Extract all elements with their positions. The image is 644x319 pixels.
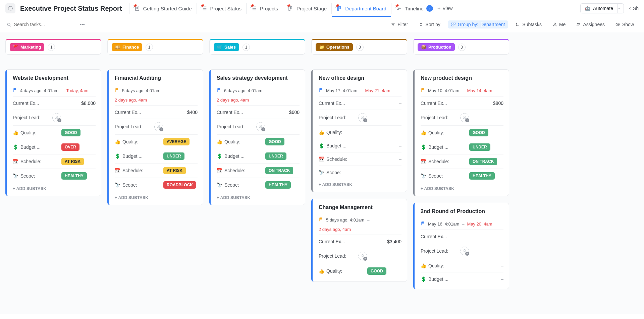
column-header[interactable]: 💴 Finance 1 — [107, 39, 203, 55]
task-card[interactable]: 2nd Round of Production May 16, 4:01am –… — [413, 203, 509, 289]
board-scroll[interactable]: 🚩 Marketing 1 Website Development 4 days… — [0, 32, 644, 314]
field-budget: 💲 Budget ... UNDER — [115, 149, 198, 163]
tab-project-stage[interactable]: 📌 Project Stage — [283, 3, 331, 14]
date-range[interactable]: 6 days ago, 4:01am – — [217, 85, 300, 96]
status-pill[interactable]: AT RISK — [61, 158, 84, 165]
add-subtask-button[interactable]: + ADD SUBTASK — [421, 183, 503, 192]
subtasks-button[interactable]: Subtasks — [512, 20, 545, 28]
automate-dropdown[interactable] — [614, 3, 624, 13]
date-range[interactable]: 5 days ago, 4:01am – — [319, 214, 401, 226]
automate-button[interactable]: 🤖 Automate — [580, 3, 618, 13]
assignee-placeholder[interactable]: + — [154, 122, 163, 131]
column-header[interactable]: 🛒 Sales 1 — [209, 39, 305, 55]
status-pill[interactable]: UNDER — [469, 143, 490, 151]
dash: – — [462, 221, 464, 227]
search-input[interactable] — [14, 22, 74, 27]
add-subtask-button[interactable]: + ADD SUBTASK — [13, 183, 96, 192]
tab-department-board[interactable]: 📌 Department Board — [331, 3, 391, 14]
assignees-button[interactable]: Assignees — [573, 20, 608, 28]
status-pill[interactable]: HEALTHY — [61, 172, 87, 180]
status-pill[interactable]: GOOD — [469, 129, 488, 136]
date-range[interactable]: May 16, 4:01am – May 20, 4am — [421, 218, 503, 230]
column-header[interactable]: 🚩 Marketing 1 — [5, 39, 101, 55]
status-pill[interactable]: ROADBLOCK — [163, 181, 196, 189]
quality-emoji-icon: 👍 — [115, 139, 120, 144]
status-pill[interactable]: AT RISK — [163, 167, 186, 174]
svg-point-19 — [631, 9, 631, 9]
field-budget: 💲 Budget ... OVER — [13, 140, 96, 154]
task-card[interactable]: Website Development 4 days ago, 4:01am –… — [5, 69, 101, 196]
status-pill[interactable]: HEALTHY — [469, 172, 495, 180]
card-title[interactable]: Sales strategy development — [217, 75, 300, 81]
assignee-placeholder[interactable]: + — [460, 113, 469, 122]
card-title[interactable]: 2nd Round of Production — [421, 208, 503, 214]
cards-list: New product design May 10, 4:01am – May … — [413, 69, 509, 289]
status-pill[interactable]: GOOD — [367, 267, 386, 275]
status-pill[interactable]: GOOD — [61, 129, 80, 136]
assignees-label: Assignees — [583, 22, 605, 27]
date-end: May 14, 4am — [467, 88, 492, 93]
list-icon: 📌 — [202, 5, 208, 11]
more-menu[interactable]: ••• — [78, 22, 87, 27]
tab-projects[interactable]: 📌 Projects — [246, 3, 283, 14]
filter-label: Filter — [397, 22, 408, 27]
field-scope: 🔭 Scope: – — [319, 166, 401, 179]
status-pill[interactable]: UNDER — [163, 152, 184, 160]
date-start: 5 days ago, 4:01am — [326, 217, 364, 222]
dash: – — [462, 88, 464, 93]
status-pill[interactable]: HEALTHY — [265, 181, 291, 189]
sortby-button[interactable]: Sort by — [415, 20, 443, 28]
add-subtask-button[interactable]: + ADD SUBTASK — [217, 192, 300, 201]
assignee-placeholder[interactable]: + — [358, 252, 367, 260]
status-pill[interactable]: ON TRACK — [265, 167, 293, 174]
card-title[interactable]: Website Development — [13, 75, 96, 81]
card-title[interactable]: New office design — [319, 75, 401, 81]
date-range[interactable]: 4 days ago, 4:01am – Today, 4am — [13, 85, 96, 96]
assignee-placeholder[interactable]: + — [256, 122, 265, 131]
tab-project-status[interactable]: 📌 Project Status — [197, 3, 246, 14]
page-title[interactable]: Executive Project Status Report — [20, 5, 122, 12]
date-range[interactable]: May 10, 4:01am – May 14, 4am — [421, 85, 503, 96]
column-header[interactable]: 📦 Production 3 — [413, 39, 509, 55]
task-card[interactable]: Change Management 5 days ago, 4:01am – 2… — [311, 199, 407, 282]
show-button[interactable]: Show — [612, 20, 637, 28]
task-card[interactable]: Sales strategy development 6 days ago, 4… — [209, 69, 305, 205]
field-label: Quality: — [20, 130, 57, 135]
tab-timeline[interactable]: 📌 Timeline — [391, 3, 425, 14]
app-icon[interactable] — [5, 3, 15, 13]
assignee-placeholder[interactable]: + — [358, 113, 367, 122]
card-title[interactable]: Change Management — [319, 204, 401, 210]
me-button[interactable]: Me — [549, 20, 569, 28]
add-subtask-button[interactable]: + ADD SUBTASK — [115, 192, 198, 201]
list-icon: 📌 — [251, 5, 257, 11]
tab-getting-started[interactable]: 📌 Getting Started Guide — [129, 3, 196, 14]
doc-icon: 📌 — [134, 5, 140, 11]
card-title[interactable]: Financial Auditing — [115, 75, 198, 81]
field-label: Budget ... — [326, 143, 363, 148]
status-pill[interactable]: AVERAGE — [163, 138, 190, 145]
field-quality: 👍 Quality: GOOD — [13, 125, 96, 140]
assignee-placeholder[interactable]: + — [460, 247, 469, 255]
task-card[interactable]: New office design May 17, 4:01am – May 2… — [311, 69, 407, 192]
share-button[interactable]: Sh — [629, 3, 639, 13]
task-card[interactable]: Financial Auditing 5 days ago, 4:01am – … — [107, 69, 203, 205]
status-pill[interactable]: ON TRACK — [469, 158, 497, 165]
column-emoji: 🚩 — [13, 45, 18, 50]
status-pill[interactable]: UNDER — [265, 152, 286, 160]
board: 🚩 Marketing 1 Website Development 4 days… — [5, 39, 639, 289]
add-view-button[interactable]: + View — [433, 4, 457, 13]
column-header[interactable]: 📁 Operations 3 — [311, 39, 407, 55]
field-quality: 👍 Quality: GOOD — [319, 264, 401, 278]
task-card[interactable]: New product design May 10, 4:01am – May … — [413, 69, 509, 196]
svg-point-37 — [158, 125, 160, 127]
assignee-placeholder[interactable]: + — [52, 113, 61, 122]
add-subtask-button[interactable]: + ADD SUBTASK — [319, 179, 401, 188]
status-pill[interactable]: GOOD — [265, 138, 284, 145]
groupby-button[interactable]: Group by: Department — [448, 20, 508, 28]
card-title[interactable]: New product design — [421, 75, 503, 81]
filter-button[interactable]: Filter — [387, 20, 411, 28]
tabs-scroll-right[interactable]: › — [426, 5, 433, 12]
status-pill[interactable]: OVER — [61, 143, 79, 151]
date-range[interactable]: 5 days ago, 4:01am – — [115, 85, 198, 96]
date-range[interactable]: May 17, 4:01am – May 21, 4am — [319, 85, 401, 96]
